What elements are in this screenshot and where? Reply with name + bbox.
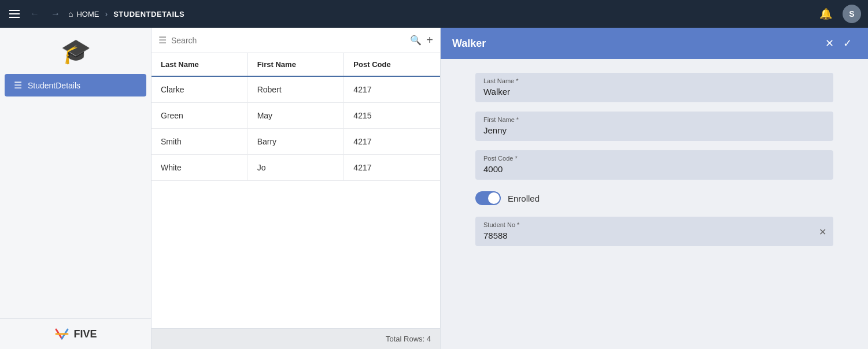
notifications-icon[interactable]: 🔔 xyxy=(819,8,832,20)
table-row[interactable]: Clarke Robert 4217 xyxy=(152,77,440,103)
post-code-value[interactable]: 4000 xyxy=(483,164,825,174)
first-name-value[interactable]: Jenny xyxy=(483,125,825,135)
confirm-button[interactable]: ✓ xyxy=(839,35,856,52)
student-no-value[interactable]: 78588 xyxy=(483,231,825,240)
enrolled-row: Enrolled xyxy=(475,189,833,207)
app-logo-icon: 🎓 xyxy=(61,37,91,65)
detail-panel: Walker ✕ ✓ Last Name * Walker First Name… xyxy=(441,28,868,349)
search-input[interactable] xyxy=(171,36,405,45)
data-table: Last Name First Name Post Code Clarke Ro… xyxy=(152,53,440,328)
list-panel: ☰ 🔍 + Last Name First Name Post Code Cla… xyxy=(152,28,441,349)
add-record-icon[interactable]: + xyxy=(426,34,433,47)
five-logo: FIVE xyxy=(54,326,97,342)
col-header-firstname[interactable]: First Name xyxy=(248,53,345,76)
post-code-label: Post Code * xyxy=(483,155,825,162)
toggle-knob xyxy=(488,192,500,204)
table-row[interactable]: Smith Barry 4217 xyxy=(152,129,440,155)
table-footer: Total Rows: 4 xyxy=(152,328,440,349)
cell-firstname: May xyxy=(248,103,345,128)
sidebar-item-studentdetails[interactable]: ☰ StudentDetails xyxy=(5,74,146,96)
cell-lastname: Green xyxy=(152,103,248,128)
total-rows-label: Total Rows: 4 xyxy=(386,335,431,343)
avatar[interactable]: S xyxy=(843,5,861,23)
detail-title: Walker xyxy=(452,38,821,50)
back-button[interactable]: ← xyxy=(27,6,43,21)
forward-button[interactable]: → xyxy=(47,6,64,21)
close-button[interactable]: ✕ xyxy=(821,35,839,52)
col-header-postcode[interactable]: Post Code xyxy=(344,53,440,76)
cell-lastname: White xyxy=(152,155,248,180)
sidebar-bottom: FIVE xyxy=(0,318,151,349)
home-link[interactable]: ⌂ HOME xyxy=(68,9,99,18)
sidebar: 🎓 ☰ StudentDetails FIVE xyxy=(0,28,152,349)
content-area: ☰ 🔍 + Last Name First Name Post Code Cla… xyxy=(152,28,868,349)
home-label: HOME xyxy=(76,10,99,18)
top-nav: ← → ⌂ HOME › STUDENTDETAILS 🔔 S xyxy=(0,0,868,28)
hamburger-menu[interactable] xyxy=(7,8,22,20)
five-text: FIVE xyxy=(73,328,97,340)
first-name-field: First Name * Jenny xyxy=(475,112,833,141)
detail-header: Walker ✕ ✓ xyxy=(441,28,868,59)
cell-postcode: 4217 xyxy=(344,77,440,102)
last-name-label: Last Name * xyxy=(483,77,825,84)
filter-icon: ☰ xyxy=(158,35,167,46)
table-row[interactable]: White Jo 4217 xyxy=(152,155,440,181)
main-layout: 🎓 ☰ StudentDetails FIVE ☰ 🔍 xyxy=(0,28,868,349)
col-header-lastname[interactable]: Last Name xyxy=(152,53,248,76)
cell-lastname: Clarke xyxy=(152,77,248,102)
last-name-field: Last Name * Walker xyxy=(475,73,833,102)
student-no-field: Student No * 78588 ✕ xyxy=(475,217,833,246)
cell-firstname: Barry xyxy=(248,129,345,154)
five-logo-mark xyxy=(54,326,70,342)
cell-lastname: Smith xyxy=(152,129,248,154)
table-row[interactable]: Green May 4215 xyxy=(152,103,440,129)
search-icon: 🔍 xyxy=(410,35,422,46)
enrolled-toggle[interactable] xyxy=(475,191,501,205)
clear-student-no-icon[interactable]: ✕ xyxy=(819,226,826,237)
sidebar-logo: 🎓 xyxy=(0,28,151,74)
menu-icon: ☰ xyxy=(14,80,22,91)
sidebar-item-label: StudentDetails xyxy=(28,81,80,90)
detail-form: Last Name * Walker First Name * Jenny Po… xyxy=(441,59,868,260)
home-icon: ⌂ xyxy=(68,9,73,18)
post-code-field: Post Code * 4000 xyxy=(475,150,833,180)
search-bar: ☰ 🔍 + xyxy=(152,28,440,53)
first-name-label: First Name * xyxy=(483,116,825,123)
cell-postcode: 4217 xyxy=(344,129,440,154)
enrolled-label: Enrolled xyxy=(508,194,540,203)
cell-firstname: Robert xyxy=(248,77,345,102)
cell-postcode: 4217 xyxy=(344,155,440,180)
cell-firstname: Jo xyxy=(248,155,345,180)
page-title: STUDENTDETAILS xyxy=(113,10,184,18)
student-no-label: Student No * xyxy=(483,221,825,228)
cell-postcode: 4215 xyxy=(344,103,440,128)
breadcrumb-separator: › xyxy=(105,9,108,18)
table-header: Last Name First Name Post Code xyxy=(152,53,440,77)
last-name-value[interactable]: Walker xyxy=(483,87,825,96)
